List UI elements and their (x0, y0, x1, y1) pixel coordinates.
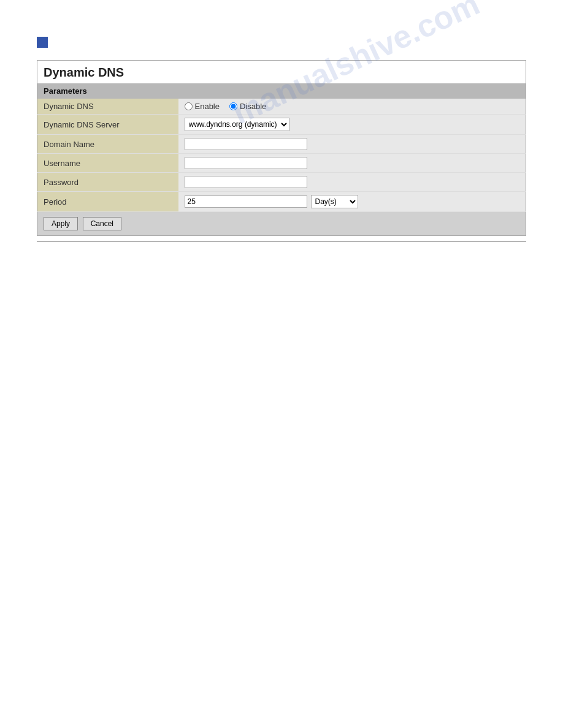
password-label: Password (44, 178, 79, 187)
period-unit-select[interactable]: Day(s) Hour(s) Minute(s) (311, 195, 358, 208)
domain-name-label: Domain Name (44, 140, 94, 149)
dynamic-dns-row: Dynamic DNS Enable Disable (37, 99, 526, 115)
dynamic-dns-radio-group: Enable Disable (185, 102, 520, 111)
enable-label: Enable (195, 102, 220, 111)
period-group: Day(s) Hour(s) Minute(s) (185, 195, 520, 208)
period-row: Period Day(s) Hour(s) Minute(s) (37, 192, 526, 212)
section-header-label: Parameters (44, 86, 87, 96)
blue-square-icon (37, 37, 48, 48)
domain-name-row: Domain Name (37, 135, 526, 154)
button-row: Apply Cancel (37, 212, 526, 236)
dynamic-dns-label: Dynamic DNS (44, 102, 94, 111)
period-label: Period (44, 197, 67, 207)
enable-radio[interactable] (185, 102, 193, 110)
disable-radio-label[interactable]: Disable (229, 102, 266, 111)
bottom-divider (37, 241, 526, 242)
username-row: Username (37, 154, 526, 173)
domain-name-input[interactable] (185, 138, 307, 150)
enable-radio-label[interactable]: Enable (185, 102, 220, 111)
title-row: Dynamic DNS (37, 61, 526, 84)
period-input[interactable] (185, 195, 307, 208)
password-input[interactable] (185, 176, 307, 188)
dns-server-label: Dynamic DNS Server (44, 120, 120, 129)
disable-radio[interactable] (229, 102, 237, 110)
username-input[interactable] (185, 157, 307, 169)
page-title: Dynamic DNS (44, 66, 124, 79)
password-row: Password (37, 173, 526, 192)
apply-button[interactable]: Apply (44, 217, 78, 230)
dns-server-row: Dynamic DNS Server www.dyndns.org (dynam… (37, 115, 526, 135)
username-label: Username (44, 159, 80, 168)
disable-label: Disable (240, 102, 266, 111)
cancel-button[interactable]: Cancel (83, 217, 121, 230)
section-header-row: Parameters (37, 83, 526, 99)
dns-server-select[interactable]: www.dyndns.org (dynamic) www.dyndns.org … (185, 118, 289, 131)
dynamic-dns-table: Dynamic DNS Parameters Dynamic DNS Enabl… (37, 60, 526, 236)
